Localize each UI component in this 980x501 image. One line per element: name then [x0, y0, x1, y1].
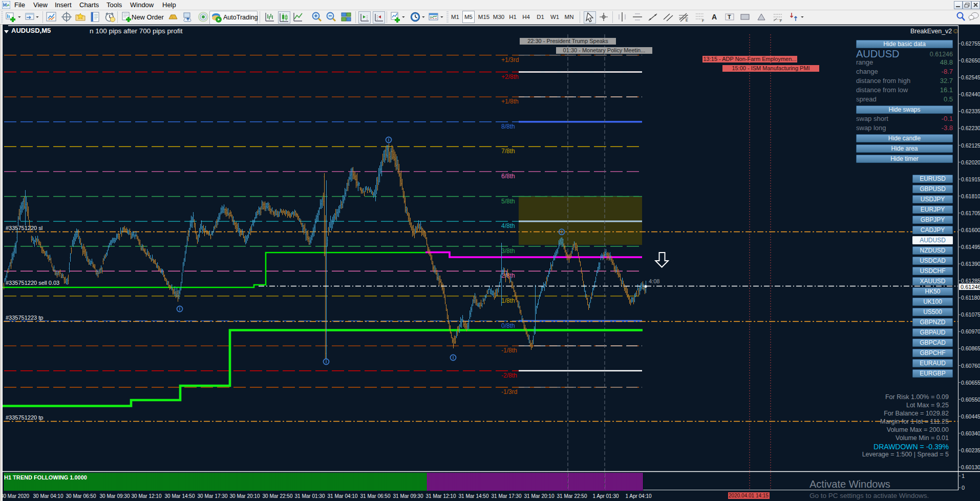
svg-text:7/8th: 7/8th — [501, 148, 515, 155]
svg-text:#335751220 tp: #335751220 tp — [6, 414, 43, 421]
svg-text:-1/8th: -1/8th — [501, 347, 517, 354]
svg-text:30 Mar 17:30: 30 Mar 17:30 — [198, 493, 228, 499]
svg-text:0.60550: 0.60550 — [961, 396, 980, 403]
svg-text:-1/3rd: -1/3rd — [501, 388, 517, 395]
svg-text:31 Mar 12:10: 31 Mar 12:10 — [426, 493, 456, 499]
svg-text:30 Mar 04:10: 30 Mar 04:10 — [33, 493, 63, 499]
svg-text:0.61390: 0.61390 — [961, 261, 980, 267]
svg-text:8/8th: 8/8th — [501, 123, 515, 130]
svg-text:31 Mar 04:10: 31 Mar 04:10 — [328, 493, 358, 499]
svg-text:2/8th: 2/8th — [501, 272, 515, 279]
svg-text:0.61075: 0.61075 — [961, 311, 980, 318]
svg-text:31 Mar 20:10: 31 Mar 20:10 — [524, 493, 555, 499]
svg-text:31 Mar 17:30: 31 Mar 17:30 — [492, 493, 522, 499]
svg-text:0.60655: 0.60655 — [961, 380, 980, 386]
svg-text:#335751223 tp: #335751223 tp — [6, 315, 43, 321]
svg-text:0.61495: 0.61495 — [961, 244, 980, 250]
svg-text:30 Mar 22:50: 30 Mar 22:50 — [263, 493, 293, 499]
svg-text:30 Mar 2020: 30 Mar 2020 — [1, 493, 30, 499]
svg-text:4/8th: 4/8th — [501, 222, 515, 229]
svg-text:30 Mar 14:50: 30 Mar 14:50 — [165, 493, 195, 499]
svg-text:31 Mar 09:30: 31 Mar 09:30 — [393, 493, 423, 499]
svg-text:30 Mar 06:50: 30 Mar 06:50 — [66, 493, 96, 499]
svg-text:#335751220 sl: #335751220 sl — [6, 225, 42, 231]
svg-text:0.60130: 0.60130 — [961, 464, 980, 470]
svg-text:0.62545: 0.62545 — [961, 74, 980, 80]
svg-text:0.62650: 0.62650 — [961, 57, 980, 64]
svg-text:+1/3rd: +1/3rd — [501, 56, 519, 64]
svg-text:0.60865: 0.60865 — [961, 345, 980, 351]
svg-text:1 Apr 01:30: 1 Apr 01:30 — [592, 493, 619, 499]
svg-text:1 Apr 04:10: 1 Apr 04:10 — [625, 493, 652, 499]
svg-text:-2/8th: -2/8th — [501, 372, 517, 379]
svg-text:0.61246: 0.61246 — [961, 284, 980, 290]
svg-text:1: 1 — [962, 473, 965, 479]
svg-text:30 Mar 09:30: 30 Mar 09:30 — [100, 493, 130, 499]
svg-text:0: 0 — [962, 485, 965, 491]
svg-text:0.61705: 0.61705 — [961, 210, 980, 216]
svg-text:0.62230: 0.62230 — [961, 125, 980, 131]
svg-text:0/8th: 0/8th — [501, 322, 515, 329]
svg-text:0.60970: 0.60970 — [961, 328, 980, 335]
svg-text:0.61915: 0.61915 — [961, 176, 980, 182]
svg-text:0.62125: 0.62125 — [961, 142, 980, 149]
svg-text:31 Mar 06:50: 31 Mar 06:50 — [360, 493, 391, 499]
svg-text:0.62755: 0.62755 — [961, 40, 980, 47]
svg-text:0.62335: 0.62335 — [961, 108, 980, 114]
svg-text:+1/8th: +1/8th — [501, 98, 519, 105]
svg-text:31 Mar 22:50: 31 Mar 22:50 — [557, 493, 587, 499]
svg-text:0.61285: 0.61285 — [961, 278, 980, 284]
svg-text:n 100 pips after 700 pips prof: n 100 pips after 700 pips profit — [90, 27, 183, 35]
svg-text:0.61180: 0.61180 — [961, 295, 980, 301]
svg-text:2020.04.01 14:15: 2020.04.01 14:15 — [729, 493, 769, 498]
svg-text:0.60235: 0.60235 — [961, 447, 980, 453]
svg-text:0.62440: 0.62440 — [961, 91, 980, 97]
svg-text:4:08: 4:08 — [649, 278, 659, 284]
svg-text:0.60760: 0.60760 — [961, 363, 980, 369]
svg-text:1/8th: 1/8th — [501, 297, 515, 304]
svg-text:6/8th: 6/8th — [501, 173, 515, 180]
svg-text:E: E — [686, 18, 688, 22]
svg-text:3/8th: 3/8th — [501, 247, 515, 255]
svg-text:0.62020: 0.62020 — [961, 159, 980, 165]
svg-text:F: F — [780, 19, 782, 23]
svg-text:F: F — [702, 19, 704, 23]
svg-text:0.60445: 0.60445 — [961, 413, 980, 420]
svg-text:0.60340: 0.60340 — [961, 430, 980, 436]
svg-text:H1 TREND FOLLOWING 1.0000: H1 TREND FOLLOWING 1.0000 — [4, 474, 87, 481]
svg-text:T: T — [728, 14, 731, 20]
svg-text:AUDUSD,M5: AUDUSD,M5 — [11, 27, 51, 34]
svg-text:5/8th: 5/8th — [501, 198, 515, 205]
svg-text:#335751220 sell 0.03: #335751220 sell 0.03 — [6, 280, 59, 286]
svg-text:30 Mar 20:10: 30 Mar 20:10 — [230, 493, 260, 499]
svg-text:30 Mar 12:10: 30 Mar 12:10 — [132, 493, 162, 499]
svg-text:31 Mar 01:30: 31 Mar 01:30 — [295, 493, 325, 499]
svg-text:31 Mar 14:50: 31 Mar 14:50 — [459, 493, 489, 499]
svg-text:0.61810: 0.61810 — [961, 193, 980, 199]
svg-text:0.61600: 0.61600 — [961, 227, 980, 233]
svg-text:+2/8th: +2/8th — [501, 73, 519, 80]
